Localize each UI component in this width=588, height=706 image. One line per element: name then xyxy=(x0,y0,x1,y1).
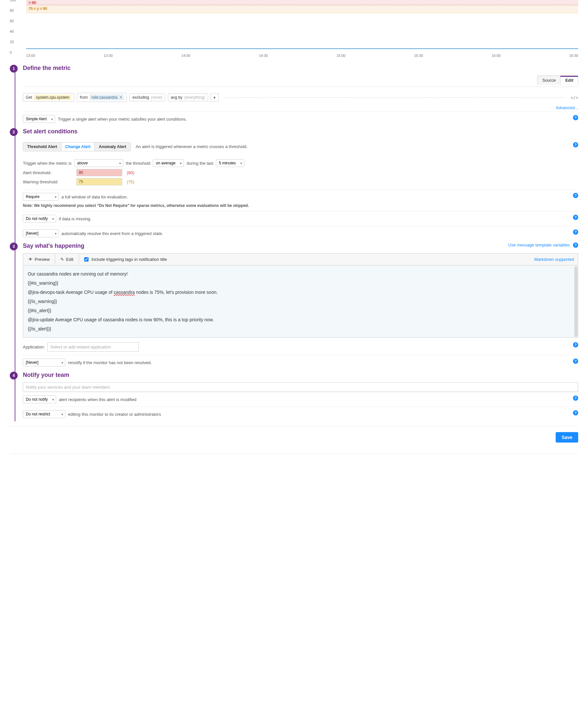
help-icon[interactable]: ? xyxy=(573,115,578,120)
eye-icon: 👁 xyxy=(29,257,33,262)
warning-threshold-label: Warning threshold: xyxy=(23,180,72,184)
help-icon[interactable]: ? xyxy=(573,410,578,416)
section-title-label: Say what's happening xyxy=(23,242,84,249)
help-icon[interactable]: ? xyxy=(573,229,578,235)
y-tick: 40 xyxy=(10,30,14,33)
missing-data-select[interactable]: Do not notify xyxy=(23,215,56,223)
save-button[interactable]: Save xyxy=(556,432,578,442)
chart-warning-band xyxy=(26,5,578,13)
application-label: Application: xyxy=(23,345,45,349)
message-textarea[interactable]: Our cassandra nodes are running out of m… xyxy=(23,265,578,338)
y-tick: 20 xyxy=(10,40,14,44)
avg-by-value: (everything) xyxy=(184,95,205,100)
tab-edit[interactable]: Edit xyxy=(560,76,578,85)
section-title-label: Set alert conditions xyxy=(23,128,77,135)
scope-tag[interactable]: role:cassandra × xyxy=(89,94,124,100)
x-tick: 13:30 xyxy=(103,53,113,57)
section-title-notify-team: 4 Notify your team xyxy=(23,371,578,379)
notify-team-input[interactable] xyxy=(23,383,578,392)
tab-source[interactable]: Source xyxy=(538,76,560,85)
help-icon[interactable]: ? xyxy=(573,342,578,347)
excluding-value: (none) xyxy=(151,95,162,100)
trigger-mid: the threshold xyxy=(126,161,150,166)
scope-tag-label: role:cassandra xyxy=(91,95,117,100)
y-tick: 100 xyxy=(10,0,16,2)
tab-change-alert[interactable]: Change Alert xyxy=(61,143,94,151)
step-badge-3: 3 xyxy=(10,242,17,250)
help-icon[interactable]: ? xyxy=(573,395,578,401)
tab-threshold-alert[interactable]: Threshold Alert xyxy=(23,143,61,151)
trigger-post: during the last xyxy=(186,161,213,166)
advanced-link[interactable]: Advanced... xyxy=(556,105,578,110)
template-variables-link[interactable]: Use message template variables xyxy=(508,242,570,247)
comparison-select[interactable]: above xyxy=(74,159,123,167)
scrollbar[interactable] xyxy=(574,266,578,337)
section-title-label: Define the metric xyxy=(23,65,71,71)
help-icon[interactable]: ? xyxy=(573,193,578,198)
autoresolve-select[interactable]: [Never] xyxy=(23,229,59,237)
x-tick: 16:30 xyxy=(569,53,578,57)
tab-edit-message[interactable]: ✎ Edit xyxy=(55,254,79,265)
get-pill[interactable]: Get system.cpu.system xyxy=(23,93,74,102)
notify-on-edit-select[interactable]: Do not notify xyxy=(23,395,56,403)
warning-threshold-display: (75) xyxy=(127,180,134,184)
chart-alert-band xyxy=(26,0,578,5)
code-icon[interactable]: </> xyxy=(571,95,578,100)
missing-data-text: if data is missing. xyxy=(59,217,91,221)
include-tags-checkbox[interactable] xyxy=(84,257,88,262)
footer-divider xyxy=(10,454,578,454)
excluding-pill[interactable]: excluding (none) xyxy=(129,93,165,101)
y-tick: 0 xyxy=(10,50,12,54)
y-tick: 60 xyxy=(10,19,14,23)
add-query-button[interactable]: + xyxy=(211,93,218,102)
alert-type-description: Trigger a single alert when your metric … xyxy=(58,117,187,122)
aggregate-pill[interactable]: avg by (everything) xyxy=(168,93,208,101)
close-icon[interactable]: × xyxy=(120,95,122,100)
message-editor-container: 👁 Preview ✎ Edit Include triggering tags… xyxy=(23,253,578,338)
edit-label: Edit xyxy=(66,257,73,262)
alert-method-tabs: Threshold Alert Change Alert Anomaly Ale… xyxy=(23,142,131,151)
restrict-edit-text: editing this monitor to its creator or a… xyxy=(68,412,161,417)
metric-name-chip[interactable]: system.cpu.system xyxy=(34,95,71,100)
y-tick: 80 xyxy=(10,8,14,12)
tab-preview[interactable]: 👁 Preview xyxy=(23,254,55,265)
section-title-label: Notify your team xyxy=(23,371,69,378)
from-label: from xyxy=(80,95,88,100)
chart-y-axis: 100 80 60 40 20 0 xyxy=(10,0,24,52)
include-tags-label: Include triggering tags in notification … xyxy=(91,257,167,262)
alert-threshold-input[interactable] xyxy=(77,169,122,176)
x-tick: 13:00 xyxy=(26,53,35,57)
help-icon[interactable]: ? xyxy=(573,242,578,248)
metric-query-row: Get system.cpu.system from role:cassandr… xyxy=(23,91,578,105)
help-icon[interactable]: ? xyxy=(573,142,578,147)
excluding-label: excluding xyxy=(132,95,149,100)
section-title-say-whats-happening: 3 Say what's happening Use message templ… xyxy=(23,242,578,249)
tab-anomaly-alert[interactable]: Anomaly Alert xyxy=(94,143,130,151)
x-tick: 14:30 xyxy=(259,53,268,57)
alert-type-select[interactable]: Simple Alert xyxy=(23,115,55,123)
step-badge-4: 4 xyxy=(10,371,17,380)
require-note: Note: We highly recommend you select "Do… xyxy=(23,203,578,208)
x-tick: 16:00 xyxy=(492,53,501,57)
time-window-select[interactable]: 5 minutes xyxy=(216,159,244,167)
help-icon[interactable]: ? xyxy=(573,215,578,220)
from-pill[interactable]: from role:cassandra × xyxy=(77,93,127,102)
application-input[interactable] xyxy=(47,342,139,352)
message-toolbar: 👁 Preview ✎ Edit Include triggering tags… xyxy=(23,253,578,265)
renotify-text: renotify if the monitor has not been res… xyxy=(68,360,152,365)
avg-by-label: avg by xyxy=(171,95,182,100)
restrict-edit-select[interactable]: Do not restrict xyxy=(23,410,65,418)
alert-threshold-display: (90) xyxy=(127,170,134,175)
renotify-select[interactable]: [Never] xyxy=(23,359,65,366)
step-badge-1: 1 xyxy=(10,65,17,73)
x-tick: 15:30 xyxy=(414,53,423,57)
warning-threshold-input[interactable] xyxy=(77,178,122,185)
chart-x-axis: 13:00 13:30 14:00 14:30 15:00 15:30 16:0… xyxy=(26,53,578,57)
chart-alert-label: > 90 xyxy=(28,1,37,5)
markdown-supported-link[interactable]: Markdown supported xyxy=(531,254,578,265)
aggregation-select[interactable]: on average xyxy=(153,159,184,167)
help-icon[interactable]: ? xyxy=(573,359,578,364)
section-title-alert-conditions: 2 Set alert conditions xyxy=(23,128,578,135)
chart-plot-area[interactable]: > 90 75 < y < 90 xyxy=(26,0,578,52)
require-select[interactable]: Require xyxy=(23,193,59,201)
